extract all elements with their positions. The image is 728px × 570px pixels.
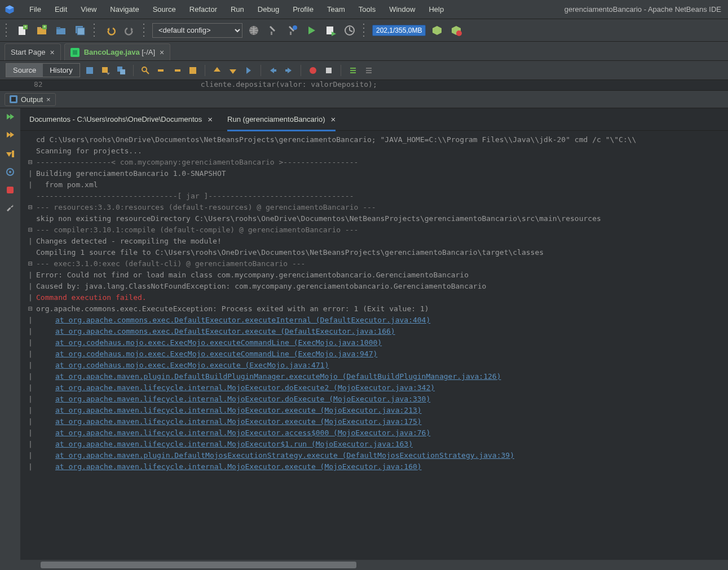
uncomment-icon[interactable] [363,64,375,77]
nav-right-icon[interactable] [242,64,255,77]
svg-rect-48 [326,68,332,73]
scrollbar-thumb[interactable] [41,562,356,568]
fold-gutter: | [25,450,36,461]
redo-button[interactable] [122,23,138,38]
close-icon[interactable]: × [160,48,164,57]
console-line: at org.apache.commons.exec.DefaultExecut… [36,315,728,326]
svg-rect-39 [189,67,196,74]
settings-button[interactable] [4,166,16,178]
stacktrace-link[interactable]: at org.apache.maven.plugin.DefaultMojosE… [55,451,514,459]
fold-gutter: | [25,360,36,371]
menu-window[interactable]: Window [382,0,422,19]
menu-profile[interactable]: Profile [286,0,320,19]
close-icon[interactable]: × [208,114,213,124]
close-icon[interactable]: × [331,114,336,124]
svg-point-47 [310,67,316,74]
stacktrace-link[interactable]: at org.apache.maven.lifecycle.internal.M… [55,440,413,448]
wrench-button[interactable] [4,202,16,214]
history-view-button[interactable]: History [43,64,79,77]
menu-debug[interactable]: Debug [251,0,286,19]
stacktrace-link[interactable]: at org.apache.maven.lifecycle.internal.M… [55,428,430,437]
stacktrace-link[interactable]: at org.apache.commons.exec.DefaultExecut… [55,316,430,324]
debug-button[interactable] [323,23,338,38]
save-all-button[interactable] [72,23,88,38]
find-icon[interactable] [139,64,152,77]
run-button[interactable] [303,23,319,38]
profile-button[interactable] [342,23,358,38]
toolbar-grip [363,24,367,37]
rerun-fast-button[interactable] [4,130,16,142]
menu-source[interactable]: Source [146,0,183,19]
fold-gutter[interactable]: ⊟ [25,258,36,269]
stop-button[interactable] [4,148,16,160]
fold-gutter[interactable]: ⊟ [25,157,36,168]
menu-refactor[interactable]: Refactor [183,0,224,19]
open-project-button[interactable] [53,23,69,38]
stacktrace-link[interactable]: at org.apache.maven.lifecycle.internal.M… [55,406,422,414]
console-output[interactable]: cd C:\Users\roohs\OneDrive\Documentos\Ne… [20,131,728,560]
plugin1-button[interactable] [429,23,445,38]
menu-help[interactable]: Help [422,0,451,19]
menu-tools[interactable]: Tools [352,0,382,19]
stacktrace-link[interactable]: at org.codehaus.mojo.exec.ExecMojo.execu… [55,350,377,358]
record-macro-icon[interactable] [307,64,319,77]
history-dropdown-icon[interactable] [115,64,127,77]
memory-indicator[interactable]: 202,1/355,0MB [372,25,426,36]
stacktrace-link[interactable]: at org.apache.maven.plugin.DefaultBuildP… [55,372,501,381]
stop-macro-icon[interactable] [323,64,335,77]
console-line: at org.apache.commons.exec.DefaultExecut… [36,326,728,337]
new-file-button[interactable]: + [15,23,30,38]
output-subtab-run[interactable]: Run (gerenciamentoBancario) × [227,108,336,131]
output-panel-tab[interactable]: Output × [5,93,56,106]
nav-up-icon[interactable] [211,64,223,77]
stacktrace-link[interactable]: at org.apache.commons.exec.DefaultExecut… [55,327,395,335]
output-subtabs: Documentos - C:\Users\roohs\OneDrive\Doc… [20,108,728,131]
find-next-icon[interactable] [171,64,183,77]
svg-point-35 [142,67,147,72]
close-icon[interactable]: × [46,95,51,104]
fold-gutter[interactable]: ⊟ [25,224,36,236]
menu-navigate[interactable]: Navigate [103,0,145,19]
tab-banco-lage[interactable]: BancoLage.java [-/A] × [64,43,171,60]
stacktrace-link[interactable]: at org.apache.maven.lifecycle.internal.M… [55,383,435,392]
config-select[interactable]: <default config> [152,23,242,38]
terminate-button[interactable] [4,184,16,196]
highlight-icon[interactable] [187,64,199,77]
stacktrace-link[interactable]: at org.apache.maven.lifecycle.internal.M… [55,395,430,403]
svg-marker-57 [7,114,11,120]
output-subtab-documentos[interactable]: Documentos - C:\Users\roohs\OneDrive\Doc… [29,108,213,131]
source-view-button[interactable]: Source [6,64,43,77]
menu-run[interactable]: Run [224,0,251,19]
shift-right-icon[interactable] [283,64,295,77]
browser-button[interactable] [246,23,262,38]
edit-dropdown-icon[interactable] [99,64,112,77]
clean-build-button[interactable] [284,23,300,38]
find-prev-icon[interactable] [155,64,167,77]
rerun-button[interactable] [4,112,16,124]
fold-gutter: | [25,236,36,247]
close-icon[interactable]: × [50,48,54,57]
horizontal-scrollbar[interactable] [20,560,728,570]
menu-team[interactable]: Team [320,0,352,19]
menu-edit[interactable]: Edit [48,0,74,19]
shift-left-icon[interactable] [267,64,279,77]
tab-start-page[interactable]: Start Page × [5,43,61,60]
stacktrace-link[interactable]: at org.codehaus.mojo.exec.ExecMojo.execu… [55,338,382,347]
fold-gutter[interactable]: ⊟ [25,202,36,213]
console-line: at org.apache.maven.lifecycle.internal.M… [36,427,728,439]
undo-button[interactable] [103,23,118,38]
stacktrace-link[interactable]: at org.apache.maven.lifecycle.internal.M… [55,417,422,426]
separator [133,65,134,76]
edit-icon[interactable] [83,64,96,77]
build-button[interactable] [265,23,281,38]
new-project-button[interactable]: + [34,23,50,38]
menu-file[interactable]: File [23,0,48,19]
comment-icon[interactable] [347,64,359,77]
stacktrace-link[interactable]: at org.apache.maven.lifecycle.internal.M… [55,462,422,471]
stacktrace-link[interactable]: at org.codehaus.mojo.exec.ExecMojo.execu… [55,361,329,369]
nav-down-icon[interactable] [227,64,239,77]
svg-text:+: + [43,25,46,29]
menu-view[interactable]: View [74,0,103,19]
fold-gutter[interactable]: ⊟ [25,303,36,315]
plugin2-button[interactable] [448,23,464,38]
